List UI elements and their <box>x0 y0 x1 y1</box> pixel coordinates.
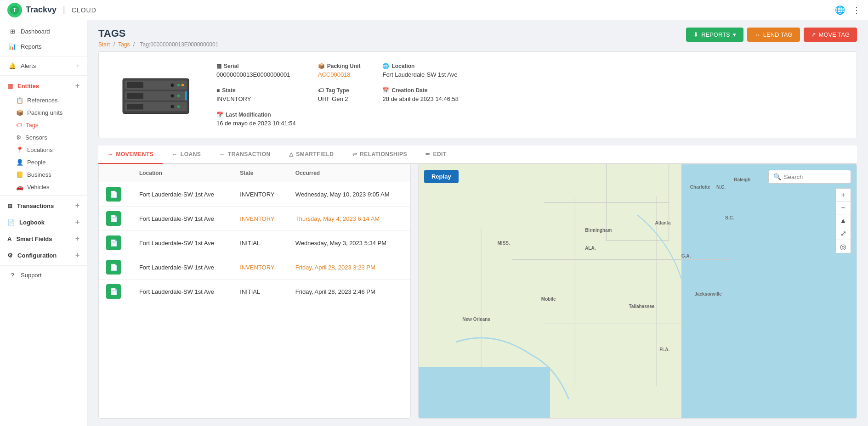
pan-up-button[interactable]: ▲ <box>836 214 851 227</box>
packing-units-icon: 📦 <box>16 109 23 116</box>
sidebar-item-support[interactable]: ? Support <box>0 268 87 283</box>
breadcrumb-tags[interactable]: Tags <box>118 41 130 48</box>
sidebar-sub-business[interactable]: 📒 Business <box>15 168 87 181</box>
vehicles-label: Vehicles <box>27 184 49 191</box>
movement-icon[interactable]: 📄 <box>106 284 121 299</box>
packing-unit-value[interactable]: ACC000018 <box>318 71 361 78</box>
support-label: Support <box>21 272 42 279</box>
tag-image <box>110 67 202 123</box>
row-state: INITIAL <box>233 231 288 255</box>
tab-smartfield[interactable]: △ SMARTFIELD <box>280 146 343 164</box>
packing-unit-label: 📦 Packing Unit <box>318 63 361 69</box>
page-header-left: TAGS Start / Tags / Tag:00000000013E0000… <box>98 28 220 48</box>
field-last-modification: 📅 Last Modification 16 de mayo de 2023 1… <box>216 112 296 127</box>
reports-button[interactable]: ⬇ REPORTS ▾ <box>686 28 743 42</box>
locate-button[interactable]: ◎ <box>836 240 851 253</box>
movement-icon[interactable]: 📄 <box>106 235 121 250</box>
sidebar-item-alerts[interactable]: 🔔 Alerts + <box>0 58 87 73</box>
row-state: INVENTORY <box>233 182 288 207</box>
sidebar: ⊞ Dashboard 📊 Reports 🔔 Alerts + ▦ Entit… <box>0 20 87 426</box>
breadcrumb: Start / Tags / Tag:00000000013E000000000… <box>98 41 220 48</box>
map-label: MISS. <box>498 241 510 246</box>
tag-detail-card: ▦ Serial 00000000013E0000000001 ■ State … <box>98 51 857 138</box>
serial-label: ▦ Serial <box>216 63 296 69</box>
transaction-tab-icon: ↔ <box>219 151 225 157</box>
main-content: TAGS Start / Tags / Tag:00000000013E0000… <box>87 20 868 426</box>
sidebar-section-transactions[interactable]: ⊞ Transactions + <box>0 197 87 214</box>
breadcrumb-start[interactable]: Start <box>98 41 110 48</box>
tag-type-label: 🏷 Tag Type <box>318 87 361 94</box>
sidebar-sub-packing-units[interactable]: 📦 Packing units <box>15 106 87 119</box>
movement-icon[interactable]: 📄 <box>106 211 121 226</box>
map-label: Charlotte <box>690 185 710 190</box>
logo-area: T Trackvy | CLOUD <box>7 3 96 17</box>
table-row: 📄Fort Lauderdale-SW 1st AveINVENTORYFrid… <box>99 255 410 280</box>
sidebar-section-configuration[interactable]: ⚙ Configuration + <box>0 247 87 263</box>
zoom-in-button[interactable]: + <box>836 189 851 202</box>
smart-fields-plus-icon[interactable]: + <box>75 235 79 243</box>
fullscreen-button[interactable]: ⤢ <box>836 227 851 240</box>
tab-movements[interactable]: ↔ MOVEMENTS <box>98 146 163 164</box>
map-label: Birmingham <box>585 228 612 233</box>
tab-relationships[interactable]: ⇌ RELATIONSHIPS <box>343 146 416 164</box>
support-icon: ? <box>9 272 16 279</box>
sidebar-sub-sensors[interactable]: ⚙ Sensors <box>15 131 87 144</box>
tags-icon: 🏷 <box>16 122 22 129</box>
field-tag-type: 🏷 Tag Type UHF Gen 2 <box>318 87 361 102</box>
sidebar-sub-locations[interactable]: 📍 Locations <box>15 144 87 156</box>
sidebar-section-logbook[interactable]: 📄 Logbook + <box>0 214 87 230</box>
vehicles-icon: 🚗 <box>16 184 23 191</box>
alerts-plus-icon[interactable]: + <box>76 62 79 69</box>
tab-transaction[interactable]: ↔ TRANSACTION <box>210 146 279 164</box>
map-label: N.C. <box>716 185 726 190</box>
movement-icon[interactable]: 📄 <box>106 187 121 202</box>
logbook-icon: 📄 <box>7 219 15 226</box>
download-icon: ⬇ <box>693 31 698 38</box>
entities-plus-icon[interactable]: + <box>75 82 79 90</box>
row-state: INVENTORY <box>233 255 288 280</box>
sidebar-item-dashboard[interactable]: ⊞ Dashboard <box>0 24 87 39</box>
sidebar-sub-references[interactable]: 📋 References <box>15 94 87 106</box>
tab-edit[interactable]: ✏ EDIT <box>416 146 456 164</box>
menu-icon[interactable]: ⋮ <box>852 5 861 15</box>
row-icon-cell: 📄 <box>99 231 132 255</box>
map-search-input[interactable] <box>784 174 846 180</box>
row-occurred: Wednesday, May 10, 2023 9:05 AM <box>288 182 410 207</box>
row-occurred: Friday, April 28, 2023 2:46 PM <box>288 280 410 304</box>
page-header: TAGS Start / Tags / Tag:00000000013E0000… <box>87 20 868 51</box>
movements-tab-icon: ↔ <box>108 151 113 157</box>
transactions-icon: ⊞ <box>7 202 12 209</box>
lend-tag-button[interactable]: ↔ LEND TAG <box>747 28 800 42</box>
lend-icon: ↔ <box>755 31 760 38</box>
serial-icon: ▦ <box>216 63 221 69</box>
logo-cloud: CLOUD <box>72 6 96 14</box>
transactions-plus-icon[interactable]: + <box>75 202 79 210</box>
replay-button[interactable]: Replay <box>424 170 459 183</box>
zoom-out-button[interactable]: − <box>836 202 851 214</box>
tags-label: Tags <box>26 122 38 129</box>
people-label: People <box>27 159 45 166</box>
configuration-icon: ⚙ <box>7 252 13 259</box>
creation-date-value: 28 de abril de 2023 14:46:58 <box>382 95 459 102</box>
logo-divider: | <box>63 5 65 15</box>
sidebar-sub-tags[interactable]: 🏷 Tags <box>15 119 87 131</box>
svg-text:T: T <box>13 7 17 13</box>
logbook-plus-icon[interactable]: + <box>75 218 79 226</box>
svg-point-17 <box>182 105 184 107</box>
sidebar-section-smart-fields[interactable]: A Smart Fields + <box>0 230 87 247</box>
globe-icon[interactable]: 🌐 <box>835 5 845 15</box>
sidebar-item-reports[interactable]: 📊 Reports <box>0 39 87 54</box>
configuration-plus-icon[interactable]: + <box>75 251 79 259</box>
move-tag-button[interactable]: ↗ MOVE TAG <box>804 28 857 42</box>
movement-icon[interactable]: 📄 <box>106 260 121 275</box>
field-state: ■ State INVENTORY <box>216 87 296 102</box>
top-navbar: T Trackvy | CLOUD 🌐 ⋮ <box>0 0 868 20</box>
movements-panel: Location State Occurred 📄Fort Lauderdale… <box>98 164 411 419</box>
movements-table: Location State Occurred 📄Fort Lauderdale… <box>99 164 410 303</box>
field-creation-date: 📅 Creation Date 28 de abril de 2023 14:4… <box>382 87 459 102</box>
tab-loans[interactable]: ↔ LOANS <box>163 146 210 164</box>
sidebar-sub-people[interactable]: 👤 People <box>15 156 87 168</box>
sensors-icon: ⚙ <box>16 134 22 141</box>
sidebar-section-entities[interactable]: ▦ Entities + <box>0 78 87 94</box>
sidebar-sub-vehicles[interactable]: 🚗 Vehicles <box>15 181 87 193</box>
